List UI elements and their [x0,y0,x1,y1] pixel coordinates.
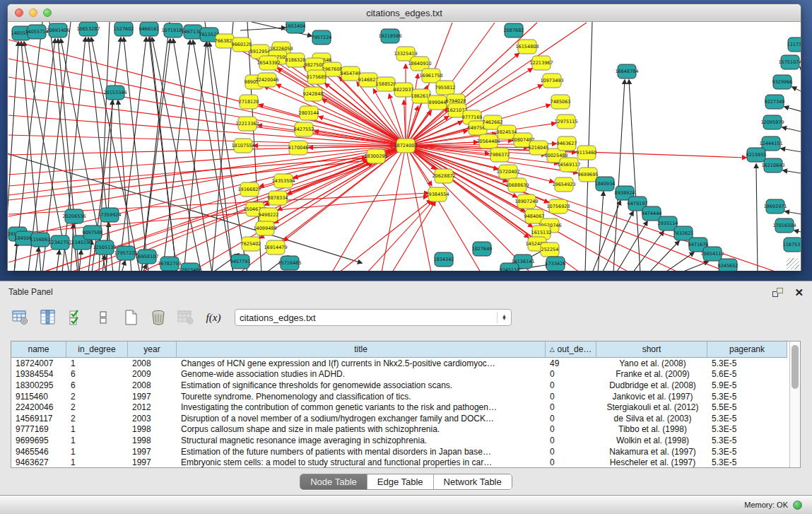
graph-node[interactable]: 7986372 [490,148,510,162]
tab-edge-table[interactable]: Edge Table [367,474,434,489]
graph-node[interactable]: 19692971 [763,199,787,214]
graph-node[interactable]: 17016504 [772,218,796,233]
table-row[interactable]: 1872400712008Changes of HCN gene express… [11,358,789,369]
graph-node[interactable]: 8215955 [746,148,767,162]
table-row[interactable]: 969969511998Structural magnetic resonanc… [11,435,789,446]
graph-node[interactable]: 17359924 [98,208,121,222]
graph-node[interactable]: 1733426 [546,257,566,271]
graph-node[interactable]: 14353594 [271,174,295,188]
graph-node[interactable]: 8878334 [268,191,288,205]
graph-node[interactable]: 4170046 [288,141,309,155]
graph-node[interactable]: 7625402 [241,237,261,251]
graph-node[interactable]: 18107554 [231,139,254,153]
tab-network-table[interactable]: Network Table [434,474,512,489]
graph-node[interactable]: 9660128 [232,37,252,52]
graph-node[interactable]: 20153346 [103,86,126,100]
graph-node[interactable]: 9329966 [772,75,793,89]
table-vertical-scrollbar[interactable] [789,341,800,467]
graph-node[interactable]: 10756928 [546,199,570,214]
graph-node[interactable]: 9115460 [577,146,597,160]
graph-node[interactable]: 18300295 [364,149,387,163]
graph-node[interactable]: 1834342 [434,252,454,267]
graph-node[interactable]: 16210643 [761,158,784,173]
graph-node[interactable]: 12505135 [93,240,116,255]
graph-node[interactable]: 12095879 [760,115,784,129]
graph-node[interactable]: 10688639 [505,178,529,192]
graph-node[interactable]: 7955812 [435,81,456,95]
graph-node[interactable]: 14099489 [253,221,276,235]
table-row[interactable]: 1938455462009Genome-wide association stu… [11,369,789,380]
graph-node[interactable]: 9227349 [765,95,785,109]
graph-node[interactable]: 12213362 [235,117,259,131]
graph-hub-node[interactable]: 18724007 [394,139,417,153]
graph-node[interactable]: 8186328 [286,53,306,67]
graph-node[interactable]: 16958107 [135,250,158,264]
graph-node[interactable]: 6466161 [139,22,160,36]
graph-node[interactable]: 1651404 [286,22,306,33]
graph-node[interactable]: 899044 [428,95,447,110]
graph-node[interactable]: 9245110 [500,263,520,271]
table-row[interactable]: 2242004622012Investigating the contribut… [11,402,789,413]
graph-node[interactable]: 10653287 [76,22,100,36]
column-header-in_degree[interactable]: in_degree [66,341,128,358]
row-options-icon[interactable] [93,307,114,328]
network-graph-svg[interactable]: 1405571140557142069140610653287152760264… [8,22,801,271]
graph-node[interactable]: 3175685 [307,70,327,84]
table-row[interactable]: 946554611997Estimation of the future num… [11,446,789,457]
graph-node[interactable]: 16648784 [615,64,638,78]
window-resize-grip[interactable] [787,258,799,269]
graph-node[interactable]: 16154808 [515,40,539,54]
scrollbar-thumb[interactable] [792,345,799,389]
column-header-name[interactable]: name [11,341,66,358]
close-panel-icon[interactable]: ✕ [794,287,804,298]
graph-node[interactable]: 20628872 [432,169,455,183]
graph-node[interactable]: 16543392 [257,56,280,70]
table-row[interactable]: 977716911998Corpus callosum shape and si… [11,424,789,436]
graph-node[interactable]: 19166827 [237,182,261,197]
graph-node[interactable]: 20691406 [46,23,69,37]
graph-node[interactable]: 15716485 [278,256,301,270]
graph-node[interactable]: 14055714 [25,25,48,39]
graph-node[interactable]: 20206536 [62,209,86,223]
graph-node[interactable]: 17957225 [114,246,137,260]
graph-node[interactable]: 19218586 [378,29,401,43]
column-visibility-icon[interactable] [65,307,86,328]
column-header-pagerank[interactable]: pagerank [707,341,787,358]
delete-table-disabled-icon[interactable] [175,307,196,328]
graph-node[interactable]: 7957224 [312,30,332,45]
table-row[interactable]: 1830029562008Estimation of significance … [11,380,789,391]
graph-node[interactable]: 15720407 [496,165,519,179]
column-header-short[interactable]: short [596,341,707,358]
graph-node[interactable]: 8427552 [294,122,314,136]
graph-node[interactable]: 10973493 [540,74,563,88]
graph-node[interactable]: 22420046 [255,73,278,87]
float-panel-icon[interactable] [772,288,783,297]
graph-node[interactable]: 9463627 [557,136,577,151]
column-header-out_de[interactable]: △out_de… [546,341,596,358]
function-builder-icon[interactable]: f(x) [203,307,224,328]
table-row[interactable]: 946362711997Embryonic stem cells: a mode… [11,457,789,467]
graph-node[interactable]: 12975115 [554,115,577,129]
graph-node[interactable]: 14569117 [557,158,580,172]
graph-node[interactable]: 19384554 [425,187,449,201]
graph-node[interactable]: 9699695 [578,168,599,182]
graph-node[interactable]: 12923466 [178,263,201,271]
graph-node[interactable]: 1027649 [472,242,493,256]
graph-node[interactable]: 1840934 [595,177,616,191]
network-canvas[interactable]: 1405571140557142069140610653287152760264… [8,22,801,271]
window-titlebar[interactable]: citations_edges.txt [8,4,801,22]
table-row[interactable]: 1456911722003Disruption of a novel membe… [11,413,789,424]
graph-node[interactable]: 10654112 [700,247,724,261]
graph-node[interactable]: 12342757 [48,235,71,250]
tab-node-table[interactable]: Node Table [300,474,367,489]
graph-node[interactable]: 16914479 [264,240,287,255]
graph-node[interactable]: 9457791 [230,255,251,269]
graph-node[interactable]: 1527602 [114,22,134,36]
graph-node[interactable]: 9097588 [83,226,103,240]
graph-node[interactable]: 1167531 [783,238,801,252]
create-table-icon[interactable] [120,307,141,328]
graph-node[interactable]: 2718120 [239,95,259,109]
table-selector-dropdown[interactable]: citations_edges.txt ▲▼ [235,309,512,326]
graph-node[interactable]: 18907249 [514,194,538,209]
column-header-title[interactable]: title [177,341,546,358]
